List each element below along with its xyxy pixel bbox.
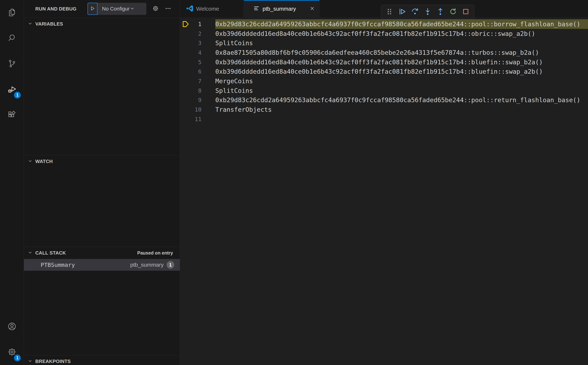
code-text[interactable] [215,114,588,124]
code-line-2[interactable]: 2 0xb39d6dddedd16ed8a40ce0b1e6b43c92acf0… [180,29,588,38]
gutter-line-4[interactable]: 4 [180,48,215,57]
gutter-line-1[interactable]: 1 [180,19,215,29]
gear-icon [152,5,159,13]
code-line-10[interactable]: 10 TransferObjects [180,105,588,114]
watch-section: WATCH [24,155,180,247]
account-icon [7,322,17,332]
continue-button[interactable] [397,6,408,18]
code-line-1[interactable]: 1 0xb29d83c26cdd2a64959263abbcfc4a6937f0… [180,19,588,29]
debug-settings-button[interactable] [152,5,159,13]
step-over-button[interactable] [409,6,421,18]
code-editor[interactable]: 1 0xb29d83c26cdd2a64959263abbcfc4a6937f0… [180,17,588,365]
activity-bar: 1 [0,0,24,365]
code-text[interactable]: 0xb39d6dddedd16ed8a40ce0b1e6b43c92acf0ff… [215,29,588,38]
stop-button[interactable] [460,6,472,18]
current-position-arrow-icon [182,21,189,28]
step-over-icon [411,7,419,17]
code-text[interactable]: 0xb39d6dddedd16ed8a40ce0b1e6b43c92acf0ff… [215,57,588,67]
variables-section-header[interactable]: VARIABLES [24,18,180,30]
debug-badge: 1 [14,92,21,98]
sidebar-item-search[interactable] [0,26,24,51]
play-icon [89,5,96,12]
line-number: 8 [198,87,202,94]
chevron-down-icon [28,21,35,27]
call-stack-frame-row[interactable]: PTBSummary ptb_summary 1 [24,259,180,271]
toolbar-drag-handle[interactable] [384,6,396,18]
close-tab-button[interactable] [309,6,315,12]
tab-label: ptb_summary [262,6,296,12]
ellipsis-icon [165,5,171,13]
code-text[interactable]: 0xb29d83c26cdd2a64959263abbcfc4a6937f0c9… [215,95,588,105]
line-number: 5 [198,59,202,65]
step-out-icon [436,7,445,17]
code-line-6[interactable]: 6 0xb39d6dddedd16ed8a40ce0b1e6b43c92acf0… [180,67,588,76]
activity-bar-top: 1 [0,0,24,128]
gutter-line-7[interactable]: 7 [180,76,215,86]
stack-frame-meta: ptb_summary 1 [130,261,174,269]
sidebar-header: RUN AND DEBUG No Configur [24,0,180,18]
debug-configuration-dropdown[interactable]: No Configur [98,3,146,15]
gutter-line-5[interactable]: 5 [180,57,215,67]
vscode-logo-icon [186,5,194,13]
chevron-down-icon [28,250,35,256]
call-stack-section-header[interactable]: CALL STACK Paused on entry [24,247,180,259]
settings-badge: 1 [14,355,21,361]
code-text[interactable]: SplitCoins [215,38,588,48]
step-into-button[interactable] [422,6,433,18]
chevron-down-icon [129,6,135,12]
account-button[interactable] [0,314,24,339]
code-line-8[interactable]: 8 SplitCoins [180,86,588,95]
list-file-icon [253,5,260,13]
gutter-line-9[interactable]: 9 [180,95,215,105]
stack-frame-name: PTBSummary [41,261,75,268]
manage-button[interactable]: 1 [0,339,24,365]
gutter-line-6[interactable]: 6 [180,67,215,76]
tab-ptb-summary[interactable]: ptb_summary [244,0,319,17]
sidebar-item-source-control[interactable] [0,51,24,77]
chevron-down-icon [28,158,35,164]
sidebar-item-explorer[interactable] [0,0,24,26]
sidebar-item-extensions[interactable] [0,102,24,128]
sidebar-item-run-and-debug[interactable]: 1 [0,77,24,102]
views-more-actions-button[interactable] [165,5,171,13]
stack-frame-file: ptb_summary [130,262,164,268]
code-line-5[interactable]: 5 0xb39d6dddedd16ed8a40ce0b1e6b43c92acf0… [180,57,588,67]
gutter-line-3[interactable]: 3 [180,38,215,48]
code-text[interactable]: SplitCoins [215,86,588,95]
gutter-line-2[interactable]: 2 [180,29,215,38]
launch-controls: No Configur [87,3,146,15]
debug-configuration-label: No Configur [102,6,129,12]
step-into-icon [424,7,432,17]
line-number: 2 [198,30,202,37]
run-and-debug-sidebar: RUN AND DEBUG No Configur [24,0,180,365]
restart-button[interactable] [447,6,459,18]
activity-bar-bottom: 1 [0,314,24,365]
line-number: 7 [198,78,202,84]
breakpoints-section-label: BREAKPOINTS [35,358,71,364]
watch-section-header[interactable]: WATCH [24,155,180,168]
step-out-button[interactable] [434,6,446,18]
line-number: 11 [195,116,202,122]
gutter-line-10[interactable]: 10 [180,105,215,114]
code-line-9[interactable]: 9 0xb29d83c26cdd2a64959263abbcfc4a6937f0… [180,95,588,105]
code-text[interactable]: TransferObjects [215,105,588,114]
extensions-icon [7,110,17,120]
line-number: 9 [198,97,202,103]
gutter-line-8[interactable]: 8 [180,86,215,95]
code-line-4[interactable]: 4 0x8ae871505a80d8bf6bf9c05906cda6edfeea… [180,48,588,57]
stop-icon [461,7,470,17]
code-text[interactable]: 0xb29d83c26cdd2a64959263abbcfc4a6937f0c9… [215,19,588,29]
code-text[interactable]: 0x8ae871505a80d8bf6bf9c05906cda6edfeea46… [215,48,588,57]
code-line-7[interactable]: 7 MergeCoins [180,76,588,86]
code-text[interactable]: MergeCoins [215,76,588,86]
code-text[interactable]: 0xb39d6dddedd16ed8a40ce0b1e6b43c92acf0ff… [215,67,588,76]
start-debugging-button[interactable] [87,3,98,15]
call-stack-section-label: CALL STACK [35,250,66,256]
gutter-line-11[interactable]: 11 [180,114,215,124]
stack-frame-badge: 1 [167,261,174,269]
editor-area: Welcome ptb_summary [180,0,588,365]
code-line-11[interactable]: 11 [180,114,588,124]
breakpoints-section-header[interactable]: BREAKPOINTS [24,355,180,365]
tab-welcome[interactable]: Welcome [180,0,244,17]
code-line-3[interactable]: 3 SplitCoins [180,38,588,48]
